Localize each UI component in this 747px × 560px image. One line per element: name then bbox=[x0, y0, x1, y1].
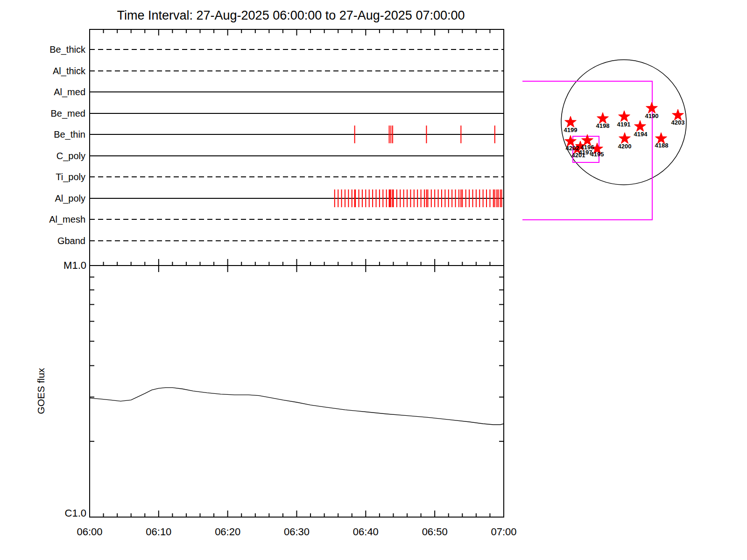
region-label-4200: 4200 bbox=[618, 143, 632, 150]
filter-panel-frame bbox=[90, 29, 504, 266]
chart-title: Time Interval: 27-Aug-2025 06:00:00 to 2… bbox=[117, 8, 465, 22]
filter-label-Al_poly: Al_poly bbox=[55, 193, 85, 204]
star-marker-4194 bbox=[634, 120, 646, 132]
x-tick-label: 06:30 bbox=[284, 526, 310, 538]
goes-ytop-label: M1.0 bbox=[63, 259, 86, 271]
region-label-4190: 4190 bbox=[645, 112, 659, 119]
goes-ybottom-label: C1.0 bbox=[65, 507, 86, 519]
region-label-4195: 4195 bbox=[591, 151, 604, 158]
goes-flux-panel bbox=[90, 277, 504, 441]
star-marker-4198 bbox=[597, 112, 609, 124]
filter-label-Be_thick: Be_thick bbox=[49, 44, 86, 55]
filter-label-C_poly: C_poly bbox=[56, 151, 85, 161]
filter-label-Ti_poly: Ti_poly bbox=[56, 172, 85, 182]
region-label-4203: 4203 bbox=[671, 119, 685, 126]
region-label-4188: 4188 bbox=[655, 142, 669, 149]
region-label-4201: 4201 bbox=[572, 152, 585, 159]
filter-label-Be_thin: Be_thin bbox=[54, 129, 85, 140]
star-marker-4200 bbox=[619, 133, 631, 144]
filter-label-Al_thick: Al_thick bbox=[53, 66, 86, 77]
filter-label-Al_mesh: Al_mesh bbox=[49, 214, 85, 225]
solar-disk-map: 4199419841914190420341944188420042024196… bbox=[522, 60, 686, 220]
plot-page: Time Interval: 27-Aug-2025 06:00:00 to 2… bbox=[0, 0, 747, 560]
star-marker-4203 bbox=[672, 109, 684, 120]
x-tick-label: 07:00 bbox=[491, 526, 516, 538]
goes-flux-curve bbox=[90, 388, 504, 425]
filter-label-Be_med: Be_med bbox=[51, 108, 86, 119]
x-tick-label: 06:40 bbox=[353, 526, 379, 538]
axis-ticks: 06:0006:1006:2006:3006:4006:5007:00 bbox=[77, 29, 516, 538]
star-marker-4199 bbox=[565, 116, 577, 127]
filter-timeline-panel: Be_thickAl_thickAl_medBe_medBe_thinC_pol… bbox=[49, 44, 504, 246]
star-marker-4191 bbox=[619, 111, 630, 122]
region-label-4191: 4191 bbox=[617, 121, 631, 128]
x-tick-label: 06:10 bbox=[146, 526, 171, 538]
x-tick-label: 06:00 bbox=[77, 526, 102, 538]
region-label-4202: 4202 bbox=[566, 145, 579, 152]
x-tick-label: 06:20 bbox=[215, 526, 240, 538]
filter-label-Gband: Gband bbox=[57, 236, 85, 246]
x-tick-label: 06:50 bbox=[422, 526, 448, 538]
region-label-4199: 4199 bbox=[564, 126, 578, 133]
region-label-4194: 4194 bbox=[634, 131, 648, 138]
plot-canvas: Time Interval: 27-Aug-2025 06:00:00 to 2… bbox=[0, 0, 747, 560]
region-label-4198: 4198 bbox=[596, 122, 610, 129]
goes-panel-frame bbox=[90, 266, 504, 517]
goes-yaxis-title: GOES flux bbox=[35, 368, 46, 414]
filter-label-Al_med: Al_med bbox=[54, 87, 85, 98]
